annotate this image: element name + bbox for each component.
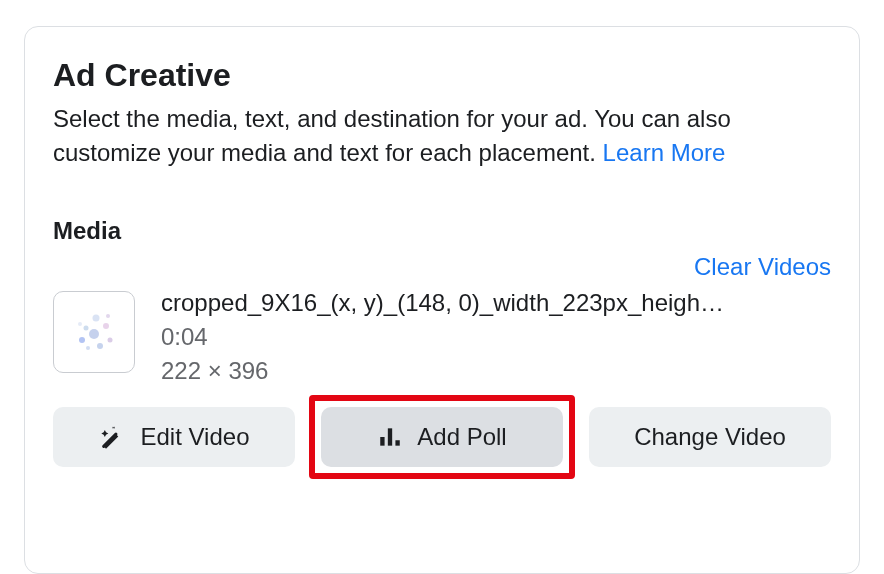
section-description: Select the media, text, and destination … — [53, 102, 831, 169]
media-button-row: Edit Video Add Poll Change Video — [53, 407, 831, 467]
svg-point-9 — [106, 314, 110, 318]
edit-video-slot: Edit Video — [53, 407, 295, 467]
svg-point-8 — [78, 322, 82, 326]
video-thumbnail[interactable] — [53, 291, 135, 373]
bar-chart-icon — [377, 424, 403, 450]
add-poll-label: Add Poll — [417, 423, 506, 451]
add-poll-highlight: Add Poll — [309, 395, 575, 479]
edit-video-button[interactable]: Edit Video — [53, 407, 295, 467]
ad-creative-card: Ad Creative Select the media, text, and … — [24, 26, 860, 574]
svg-point-4 — [108, 338, 113, 343]
edit-video-label: Edit Video — [141, 423, 250, 451]
svg-point-0 — [79, 337, 85, 343]
video-dimensions: 222 × 396 — [161, 357, 831, 385]
svg-point-3 — [103, 323, 109, 329]
change-video-slot: Change Video — [589, 407, 831, 467]
svg-point-7 — [86, 346, 90, 350]
learn-more-link[interactable]: Learn More — [603, 139, 726, 166]
video-duration: 0:04 — [161, 323, 831, 351]
svg-point-1 — [84, 326, 89, 331]
magic-wand-icon — [99, 423, 127, 451]
media-actions-row: Clear Videos — [53, 253, 831, 281]
thumbnail-image-icon — [66, 304, 122, 360]
video-filename: cropped_9X16_(x, y)_(148, 0)_width_223px… — [161, 289, 831, 317]
svg-point-6 — [89, 329, 99, 339]
svg-rect-10 — [381, 437, 385, 446]
add-poll-button[interactable]: Add Poll — [321, 407, 563, 467]
svg-rect-11 — [388, 429, 392, 446]
change-video-button[interactable]: Change Video — [589, 407, 831, 467]
svg-point-2 — [93, 315, 100, 322]
video-metadata: cropped_9X16_(x, y)_(148, 0)_width_223px… — [161, 291, 831, 385]
section-title: Ad Creative — [53, 57, 831, 94]
svg-point-5 — [97, 343, 103, 349]
change-video-label: Change Video — [634, 423, 786, 451]
svg-rect-12 — [396, 440, 400, 445]
media-label: Media — [53, 217, 831, 245]
media-item-row: cropped_9X16_(x, y)_(148, 0)_width_223px… — [53, 291, 831, 385]
clear-videos-link[interactable]: Clear Videos — [694, 253, 831, 281]
